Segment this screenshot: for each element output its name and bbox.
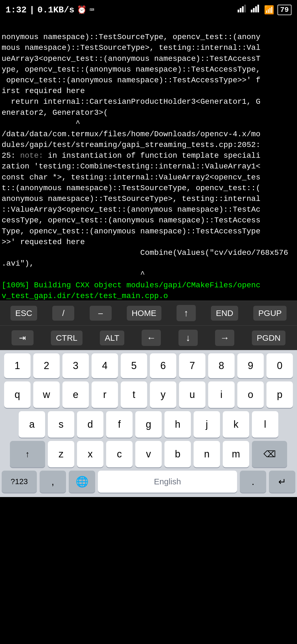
key-9[interactable]: 9 (237, 353, 264, 378)
key-x[interactable]: x (77, 441, 103, 467)
globe-key[interactable]: 🌐 (69, 471, 95, 493)
key-u[interactable]: u (179, 381, 205, 408)
tab-key[interactable]: ⇥ (12, 330, 34, 345)
battery-percent: 79 (280, 6, 289, 14)
key-v[interactable]: v (135, 441, 162, 467)
svg-rect-4 (251, 10, 252, 12)
comma-key[interactable]: , (40, 471, 66, 493)
key-q[interactable]: q (4, 381, 31, 408)
key-l[interactable]: l (252, 411, 278, 438)
terminal-filepath: /data/data/com.termux/files/home/Downloa… (2, 130, 260, 149)
key-0[interactable]: 0 (266, 353, 293, 378)
terminal-note: 25: note: in instantiation of function t… (2, 151, 288, 279)
key-d[interactable]: d (77, 411, 103, 438)
qwerty-row: q w e r t y u i o p (2, 381, 295, 408)
key-7[interactable]: 7 (179, 353, 205, 378)
key-c[interactable]: c (106, 441, 133, 467)
key-g[interactable]: g (135, 411, 162, 438)
alarm-icon: ⏰ (77, 5, 87, 15)
terminal-line-1: nonymous namespace)::TestSourceType, ope… (2, 33, 260, 128)
key-h[interactable]: h (164, 411, 191, 438)
end-key[interactable]: END (211, 306, 238, 321)
key-k[interactable]: k (223, 411, 249, 438)
signal-icon-1 (238, 5, 248, 15)
key-5[interactable]: 5 (121, 353, 147, 378)
key-2[interactable]: 2 (33, 353, 60, 378)
svg-rect-5 (253, 8, 255, 12)
alt-key[interactable]: ALT (100, 331, 124, 345)
key-6[interactable]: 6 (150, 353, 176, 378)
terminal-build-lines: [100%] Building CXX object modules/gapi/… (2, 281, 260, 301)
key-r[interactable]: r (92, 381, 118, 408)
slash-key[interactable]: / (52, 306, 74, 321)
signal-icon-2 (251, 5, 261, 15)
key-p[interactable]: p (266, 381, 293, 408)
enter-key[interactable]: ↵ (269, 471, 295, 493)
status-bar: 1:32 | 0.1KB/s ⏰ ⌨ 📶 79 (0, 0, 297, 20)
key-s[interactable]: s (48, 411, 74, 438)
speed-separator: | (29, 5, 35, 15)
number-row: 1 2 3 4 5 6 7 8 9 0 (2, 353, 295, 378)
key-3[interactable]: 3 (62, 353, 89, 378)
pgup-key[interactable]: PGUP (253, 306, 287, 321)
key-y[interactable]: y (150, 381, 176, 408)
key-m[interactable]: m (223, 441, 249, 467)
key-o[interactable]: o (237, 381, 264, 408)
wifi-icon: 📶 (264, 5, 274, 15)
period-key[interactable]: . (240, 471, 266, 493)
home-key[interactable]: HOME (127, 306, 161, 321)
down-arrow-key[interactable]: ↓ (178, 330, 198, 346)
backspace-key[interactable]: ⌫ (252, 441, 287, 467)
key-a[interactable]: a (19, 411, 45, 438)
svg-rect-6 (255, 6, 257, 12)
time-display: 1:32 (6, 5, 27, 15)
key-z[interactable]: z (48, 441, 74, 467)
extra-keys-row-1: ESC / – HOME ↑ END PGUP (0, 301, 297, 325)
svg-rect-3 (244, 5, 246, 12)
zxcv-row: ↑ z x c v b n m ⌫ (2, 441, 295, 467)
status-right: 📶 79 (238, 5, 292, 15)
shift-key[interactable]: ↑ (10, 441, 45, 467)
key-t[interactable]: t (121, 381, 147, 408)
num123-key[interactable]: ?123 (2, 471, 37, 493)
key-4[interactable]: 4 (92, 353, 118, 378)
key-1[interactable]: 1 (4, 353, 31, 378)
up-arrow-key[interactable]: ↑ (177, 305, 196, 321)
terminal-output[interactable]: nonymous namespace)::TestSourceType, ope… (0, 20, 297, 301)
svg-rect-1 (240, 8, 241, 12)
esc-key[interactable]: ESC (10, 306, 37, 321)
extra-keys-row-2: ⇥ CTRL ALT ← ↓ → PGDN (0, 325, 297, 350)
key-f[interactable]: f (106, 411, 133, 438)
key-i[interactable]: i (208, 381, 235, 408)
key-8[interactable]: 8 (208, 353, 235, 378)
keyboard: 1 2 3 4 5 6 7 8 9 0 q w e r t y u i o p … (0, 350, 297, 497)
ctrl-key[interactable]: CTRL (51, 331, 82, 345)
left-arrow-key[interactable]: ← (142, 330, 161, 346)
svg-rect-0 (238, 10, 239, 12)
bottom-row: ?123 , 🌐 English . ↵ (2, 471, 295, 495)
right-arrow-key[interactable]: → (215, 330, 234, 346)
asdf-row: a s d f g h j k l (2, 411, 295, 438)
key-b[interactable]: b (164, 441, 191, 467)
space-key[interactable]: English (98, 471, 237, 493)
key-j[interactable]: j (194, 411, 220, 438)
pgdn-key[interactable]: PGDN (252, 331, 286, 345)
battery-indicator: 79 (277, 5, 292, 15)
dash-key[interactable]: – (90, 306, 112, 321)
key-n[interactable]: n (194, 441, 220, 467)
key-w[interactable]: w (33, 381, 60, 408)
terminal-icon: ⌨ (89, 5, 94, 15)
key-e[interactable]: e (62, 381, 89, 408)
network-speed: 0.1KB/s (37, 5, 74, 15)
status-left: 1:32 | 0.1KB/s ⏰ ⌨ (6, 5, 94, 15)
svg-rect-7 (257, 5, 259, 12)
svg-rect-2 (242, 6, 244, 12)
